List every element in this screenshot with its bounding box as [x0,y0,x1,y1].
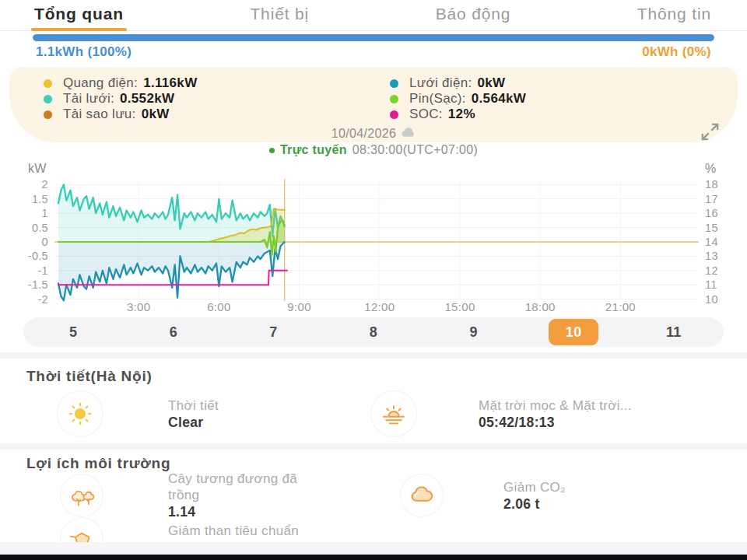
card-value: 2.06 t [503,496,566,513]
legend-color-dot [44,110,52,119]
day-option-9[interactable]: 9 [423,321,524,344]
card-text: Giảm CO₂2.06 t [503,479,566,513]
benefits-title: Lợi ích môi trường [26,455,721,472]
energy-progress-track [33,34,714,41]
svg-text:11: 11 [705,278,717,291]
svg-text:21:00: 21:00 [605,300,636,313]
trees-icon [61,474,103,516]
svg-text:18:00: 18:00 [525,300,556,313]
legend-value: 0kW [478,75,506,91]
card-value: Clear [168,415,219,431]
legend-value: 1.116kW [143,75,197,91]
svg-text:0: 0 [42,236,48,248]
svg-text:17: 17 [705,193,718,205]
weather-cards: Thời tiếtClearMặt trời mọc & Mặt trời...… [26,390,721,438]
legend-color-dot [44,95,52,103]
card-label: Thời tiết [168,397,219,414]
energy-bar-labels: 1.1kWh (100%) 0kWh (0%) [36,44,711,60]
realtime-legend-panel: Quang điện:1.116kWLưới điện:0kWTải lưới:… [9,67,738,142]
sun-icon [58,391,103,436]
legend-item: Quang điện:1.116kW [44,75,390,91]
power-chart[interactable]: kW%21.510.50-0.5-1-1.5-21817161514131211… [0,159,747,315]
inverter-status-row: Trực tuyến 08:30:00(UTC+07:00) [0,143,747,157]
svg-text:1: 1 [42,207,48,219]
section-divider [0,443,747,450]
svg-text:6:00: 6:00 [207,300,230,313]
legend-item: Pin(Sạc):0.564kW [390,91,738,107]
svg-text:12:00: 12:00 [364,300,395,313]
card-label: Giảm than tiêu chuẩn [168,523,299,539]
chart-date-row[interactable]: 10/04/2026 [9,126,738,141]
svg-text:1.5: 1.5 [32,193,48,205]
energy-export-label: 0kWh (0%) [642,44,711,60]
legend-color-dot [390,110,398,119]
card-text: Mặt trời mọc & Mặt trời...05:42/18:13 [479,397,632,431]
legend-color-dot [390,79,398,88]
legend-value: 12% [448,107,475,122]
card-label: Giảm CO₂ [503,479,566,495]
legend-grid: Quang điện:1.116kWLưới điện:0kWTải lưới:… [9,75,738,122]
section-divider [0,352,747,359]
svg-text:-1: -1 [37,264,48,277]
day-option-11[interactable]: 11 [623,321,724,344]
svg-text:14: 14 [705,236,718,248]
trees-card: Cây tương đương đã trồng1.14 [26,474,357,517]
chart-date: 10/04/2026 [331,127,396,141]
sunrise-icon [371,391,416,436]
energy-consumed-label: 1.1kWh (100%) [36,44,132,60]
day-option-7[interactable]: 7 [223,321,324,344]
legend-value: 0kW [142,107,170,122]
day-option-10[interactable]: 10 [524,319,624,345]
overview-screen: Tổng quanThiết bịBáo độngThông tin 1.1kW… [0,0,747,560]
card-label: Cây tương đương đã trồng [168,471,302,503]
tab-thiet-bi[interactable]: Thiết bị [250,5,309,30]
tab-bar: Tổng quanThiết bịBáo độngThông tin [0,0,747,31]
svg-text:0.5: 0.5 [32,222,48,234]
svg-text:15: 15 [705,222,718,234]
legend-color-dot [390,95,398,103]
card-value: 05:42/18:13 [479,415,632,431]
tab-thong-tin[interactable]: Thông tin [637,5,711,30]
svg-text:-1.5: -1.5 [28,278,48,291]
day-option-5[interactable]: 5 [23,321,124,344]
svg-text:-2: -2 [37,293,48,306]
legend-label: Tải sao lưu: [63,107,136,122]
legend-item: Tải sao lưu:0kW [44,107,390,122]
legend-item: SOC:12% [390,107,738,122]
svg-text:2: 2 [42,178,48,191]
legend-value: 0.564kW [472,91,526,107]
sunrise-card: Mặt trời mọc & Mặt trời...05:42/18:13 [357,390,721,438]
legend-label: Quang điện: [63,75,138,91]
legend-label: Pin(Sạc): [409,91,466,107]
fullscreen-expand-icon[interactable] [700,121,721,142]
svg-text:15:00: 15:00 [444,300,475,313]
status-time: 08:30:00(UTC+07:00) [352,143,478,157]
svg-text:3:00: 3:00 [127,300,150,313]
weather-section: Thời tiết(Hà Nội) Thời tiếtClearMặt trời… [0,368,747,438]
home-indicator-bar[interactable] [0,555,747,560]
tab-bao-dong[interactable]: Báo động [436,5,511,30]
svg-text:9:00: 9:00 [287,300,310,313]
svg-text:12: 12 [705,264,718,277]
card-text: Thời tiếtClear [168,397,219,431]
legend-label: Lưới điện: [409,75,472,91]
card-label: Mặt trời mọc & Mặt trời... [479,397,632,414]
svg-text:16: 16 [705,207,718,219]
online-status-label: Trực tuyến [280,143,347,157]
legend-color-dot [44,79,52,88]
legend-item: Lưới điện:0kW [390,75,738,91]
legend-item: Tải lưới:0.552kW [44,91,390,107]
svg-text:13: 13 [705,250,718,262]
svg-text:10: 10 [705,293,718,306]
day-option-6[interactable]: 6 [124,321,224,344]
svg-text:-0.5: -0.5 [28,250,48,262]
legend-label: SOC: [409,107,443,122]
day-option-8[interactable]: 8 [324,321,424,344]
cloud-icon [401,474,443,516]
cloud-small-icon [401,126,416,141]
legend-label: Tải lưới: [63,91,114,107]
tab-tong-quan[interactable]: Tổng quan [34,5,124,30]
svg-text:kW: kW [28,162,47,175]
cloud-card: Giảm CO₂2.06 t [357,474,721,517]
day-selector: 567891011 [23,317,724,347]
